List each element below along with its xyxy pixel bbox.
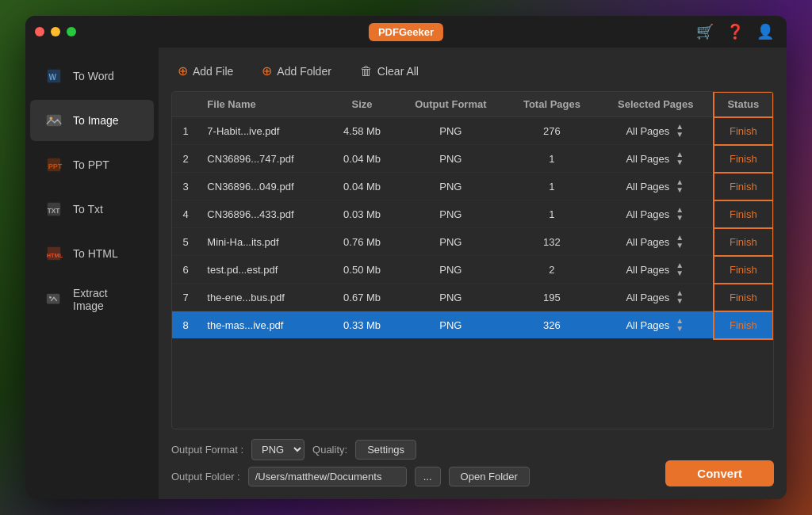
user-icon[interactable]: 👤	[756, 23, 774, 40]
cell-status: Finish	[714, 256, 773, 284]
help-icon[interactable]: ❓	[726, 23, 744, 40]
table-row[interactable]: 8 the-mas...ive.pdf 0.33 Mb PNG 326 All …	[172, 311, 773, 339]
sidebar-label-to-ppt: To PPT	[73, 158, 109, 171]
add-folder-icon: ⊕	[262, 63, 272, 78]
pages-down-button[interactable]: ▼	[674, 214, 685, 222]
table-row[interactable]: 1 7-Habit...ive.pdf 4.58 Mb PNG 276 All …	[172, 117, 773, 145]
pages-down-button[interactable]: ▼	[674, 158, 685, 166]
txt-icon: TXT	[43, 198, 65, 220]
ppt-icon: PPT	[43, 154, 65, 176]
trash-icon: 🗑	[360, 64, 373, 78]
minimize-button[interactable]	[51, 27, 60, 36]
cell-filename: CN36896...049.pdf	[199, 173, 328, 200]
file-table: File Name Size Output Format Total Pages…	[172, 92, 773, 339]
cell-status: Finish	[714, 173, 773, 200]
cell-num: 3	[172, 173, 199, 200]
cell-num: 8	[172, 311, 199, 339]
table-row[interactable]: 6 test.pd...est.pdf 0.50 Mb PNG 2 All Pa…	[172, 256, 773, 284]
cell-filename: 7-Habit...ive.pdf	[199, 117, 328, 145]
pages-down-button[interactable]: ▼	[674, 131, 685, 139]
cell-format: PNG	[396, 145, 506, 173]
html-icon: HTML	[43, 242, 65, 265]
sidebar-item-to-txt[interactable]: TXT To Txt	[30, 189, 154, 230]
maximize-button[interactable]	[67, 27, 76, 36]
pages-down-button[interactable]: ▼	[674, 297, 685, 305]
bottom-controls: Output Format : PNG JPG BMP Quality: Set…	[171, 439, 530, 486]
word-icon: W	[43, 65, 65, 87]
clear-all-button[interactable]: 🗑 Clear All	[354, 61, 425, 82]
svg-text:W: W	[49, 73, 57, 82]
sidebar-label-extract-image: Extract Image	[73, 287, 141, 312]
cell-format: PNG	[396, 228, 506, 256]
svg-text:TXT: TXT	[48, 208, 60, 215]
sidebar-item-to-word[interactable]: W To Word	[30, 55, 154, 97]
toolbar: ⊕ Add File ⊕ Add Folder 🗑 Clear All	[171, 60, 774, 82]
format-select[interactable]: PNG JPG BMP	[251, 439, 304, 460]
cell-size: 0.03 Mb	[328, 200, 396, 228]
quality-label: Quality:	[312, 444, 347, 456]
settings-button[interactable]: Settings	[355, 440, 416, 460]
add-folder-button[interactable]: ⊕ Add Folder	[255, 60, 337, 82]
output-folder-label: Output Folder :	[171, 471, 240, 483]
pages-down-button[interactable]: ▼	[674, 325, 685, 333]
sidebar-label-to-txt: To Txt	[73, 203, 103, 216]
cell-status: Finish	[714, 200, 773, 228]
cell-size: 0.50 Mb	[328, 256, 396, 284]
app-logo: PDFGeeker	[369, 23, 443, 41]
close-button[interactable]	[35, 27, 44, 36]
table-row[interactable]: 2 CN36896...747.pdf 0.04 Mb PNG 1 All Pa…	[172, 145, 773, 173]
titlebar: PDFGeeker 🛒 ❓ 👤	[25, 16, 787, 48]
sidebar-label-to-word: To Word	[73, 70, 114, 82]
cell-size: 0.67 Mb	[328, 284, 396, 311]
table-row[interactable]: 7 the-ene...bus.pdf 0.67 Mb PNG 195 All …	[172, 284, 773, 311]
cell-selected: All Pages ▲ ▼	[598, 145, 714, 173]
sidebar: W To Word To Image	[25, 48, 159, 499]
col-size: Size	[328, 92, 396, 117]
main-layout: W To Word To Image	[25, 48, 787, 499]
pages-down-button[interactable]: ▼	[674, 186, 685, 194]
cell-selected: All Pages ▲ ▼	[598, 117, 714, 145]
cart-icon[interactable]: 🛒	[696, 23, 714, 40]
cell-pages: 1	[506, 200, 598, 228]
cell-status: Finish	[714, 145, 773, 173]
cell-filename: the-mas...ive.pdf	[199, 311, 328, 339]
cell-num: 2	[172, 145, 199, 173]
cell-selected: All Pages ▲ ▼	[598, 284, 714, 311]
titlebar-icons: 🛒 ❓ 👤	[696, 23, 774, 40]
col-format: Output Format	[396, 92, 506, 117]
table-row[interactable]: 5 Mini-Ha...its.pdf 0.76 Mb PNG 132 All …	[172, 228, 773, 256]
cell-size: 0.76 Mb	[328, 228, 396, 256]
pages-down-button[interactable]: ▼	[674, 269, 685, 277]
col-num	[172, 92, 199, 117]
sidebar-item-to-html[interactable]: HTML To HTML	[30, 233, 154, 274]
svg-text:HTML: HTML	[47, 252, 63, 259]
cell-pages: 2	[506, 256, 598, 284]
svg-text:PPT: PPT	[48, 162, 63, 170]
table-row[interactable]: 4 CN36896...433.pdf 0.03 Mb PNG 1 All Pa…	[172, 200, 773, 228]
add-file-button[interactable]: ⊕ Add File	[171, 60, 239, 82]
open-folder-button[interactable]: Open Folder	[449, 467, 530, 486]
cell-pages: 326	[506, 311, 598, 339]
cell-num: 7	[172, 284, 199, 311]
cell-selected: All Pages ▲ ▼	[598, 228, 714, 256]
cell-pages: 1	[506, 173, 598, 200]
browse-button[interactable]: ...	[415, 467, 441, 486]
sidebar-item-extract-image[interactable]: Extract Image	[30, 277, 154, 322]
cell-filename: CN36896...747.pdf	[199, 145, 328, 173]
cell-status: Finish	[714, 228, 773, 256]
sidebar-item-to-image[interactable]: To Image	[30, 100, 154, 141]
cell-size: 0.04 Mb	[328, 173, 396, 200]
convert-button[interactable]: Convert	[665, 460, 774, 486]
cell-pages: 195	[506, 284, 598, 311]
add-file-icon: ⊕	[178, 63, 188, 78]
cell-status: Finish	[714, 117, 773, 145]
sidebar-item-to-ppt[interactable]: PPT To PPT	[30, 144, 154, 185]
cell-selected: All Pages ▲ ▼	[598, 173, 714, 200]
cell-pages: 132	[506, 228, 598, 256]
table-row[interactable]: 3 CN36896...049.pdf 0.04 Mb PNG 1 All Pa…	[172, 173, 773, 200]
pages-down-button[interactable]: ▼	[674, 242, 685, 250]
cell-filename: test.pd...est.pdf	[199, 256, 328, 284]
app-window: PDFGeeker 🛒 ❓ 👤 W To Word	[25, 16, 787, 499]
folder-input[interactable]	[248, 467, 407, 486]
cell-selected: All Pages ▲ ▼	[598, 256, 714, 284]
